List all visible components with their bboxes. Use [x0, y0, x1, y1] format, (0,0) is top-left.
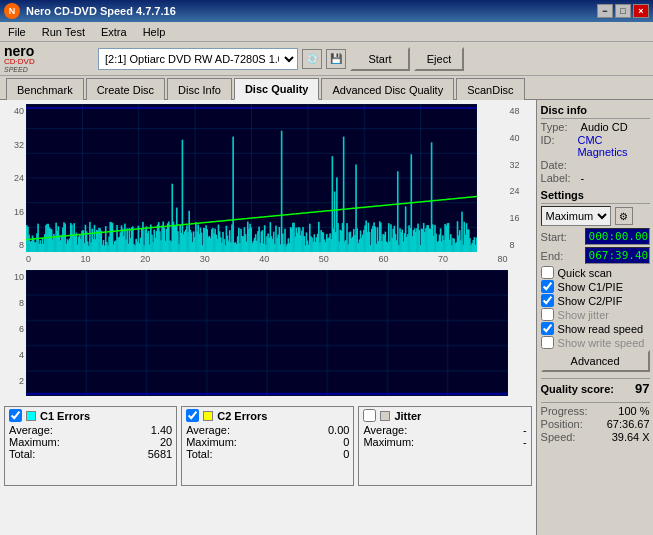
position-label: Position: — [541, 418, 583, 430]
chart-top-container — [26, 104, 508, 252]
c1-header: C1 Errors — [9, 409, 172, 422]
divider-3 — [541, 378, 650, 379]
c1-checkbox[interactable] — [9, 409, 22, 422]
eject-button[interactable]: Eject — [414, 47, 464, 71]
start-time-row: Start: 000:00.00 — [541, 228, 650, 245]
c1-dot — [26, 411, 36, 421]
jitter-label: Jitter — [394, 410, 421, 422]
end-time-row: End: 067:39.40 — [541, 247, 650, 264]
tab-advanced-disc-quality[interactable]: Advanced Disc Quality — [321, 78, 454, 100]
quality-score-val: 97 — [635, 381, 649, 396]
y-axis-bottom-left: 10 8 6 4 2 — [4, 270, 24, 388]
tab-scandisc[interactable]: ScanDisc — [456, 78, 524, 100]
menu-file[interactable]: File — [4, 24, 30, 40]
disc-info-title: Disc info — [541, 104, 650, 116]
menu-bar: File Run Test Extra Help — [0, 22, 653, 42]
show-read-speed-label: Show read speed — [558, 323, 644, 335]
jitter-max-row: Maximum: - — [363, 436, 526, 448]
chart-top — [26, 104, 477, 252]
left-panel: 40 32 24 16 8 48 40 32 24 16 8 0 1 — [0, 100, 536, 535]
c2-checkbox[interactable] — [186, 409, 199, 422]
c2-avg-row: Average: 0.00 — [186, 424, 349, 436]
end-time-val: 067:39.40 — [585, 247, 650, 264]
right-panel: Disc info Type: Audio CD ID: CMC Magneti… — [536, 100, 653, 535]
save-icon[interactable]: 💾 — [326, 49, 346, 69]
tab-bar: Benchmark Create Disc Disc Info Disc Qua… — [0, 76, 653, 100]
disc-info-section: Disc info Type: Audio CD ID: CMC Magneti… — [541, 104, 650, 185]
title-bar: N Nero CD-DVD Speed 4.7.7.16 − □ × — [0, 0, 653, 22]
show-write-speed-checkbox[interactable] — [541, 336, 554, 349]
progress-label: Progress: — [541, 405, 588, 417]
close-button[interactable]: × — [633, 4, 649, 18]
speed-row: Maximum High Medium Low ⚙ — [541, 206, 650, 226]
c2-dot — [203, 411, 213, 421]
divider-4 — [541, 402, 650, 403]
disc-date-key: Date: — [541, 159, 581, 171]
disc-date-row: Date: — [541, 159, 650, 171]
position-val: 67:36.67 — [607, 418, 650, 430]
tab-disc-quality[interactable]: Disc Quality — [234, 78, 320, 100]
advanced-button[interactable]: Advanced — [541, 350, 650, 372]
settings-section: Settings Maximum High Medium Low ⚙ Start… — [541, 189, 650, 372]
divider-2 — [541, 203, 650, 204]
end-time-label: End: — [541, 250, 581, 262]
progress-row: Progress: 100 % — [541, 405, 650, 417]
chart-bottom-container — [26, 270, 508, 388]
disc-id-key: ID: — [541, 134, 578, 158]
show-c2-row: Show C2/PIF — [541, 294, 650, 307]
settings-title: Settings — [541, 189, 650, 201]
c2-total-row: Total: 0 — [186, 448, 349, 460]
show-read-speed-row: Show read speed — [541, 322, 650, 335]
disc-icon[interactable]: 💿 — [302, 49, 322, 69]
quality-label: Quality score: — [541, 383, 614, 395]
speed-val: 39.64 X — [612, 431, 650, 443]
minimize-button[interactable]: − — [597, 4, 613, 18]
tab-benchmark[interactable]: Benchmark — [6, 78, 84, 100]
progress-section: Progress: 100 % Position: 67:36.67 Speed… — [541, 400, 650, 444]
c1-total-row: Total: 5681 — [9, 448, 172, 460]
tab-create-disc[interactable]: Create Disc — [86, 78, 165, 100]
c1-avg-row: Average: 1.40 — [9, 424, 172, 436]
jitter-checkbox[interactable] — [363, 409, 376, 422]
drive-select[interactable]: [2:1] Optiarc DVD RW AD-7280S 1.01 — [98, 48, 298, 70]
show-c1-label: Show C1/PIE — [558, 281, 623, 293]
divider-1 — [541, 118, 650, 119]
disc-label-val: - — [581, 172, 585, 184]
start-button[interactable]: Start — [350, 47, 410, 71]
stats-row: C1 Errors Average: 1.40 Maximum: 20 Tota… — [4, 406, 532, 486]
disc-type-val: Audio CD — [581, 121, 628, 133]
show-c1-checkbox[interactable] — [541, 280, 554, 293]
settings-icon[interactable]: ⚙ — [615, 207, 633, 225]
menu-run-test[interactable]: Run Test — [38, 24, 89, 40]
c1-max-row: Maximum: 20 — [9, 436, 172, 448]
y-axis-right: 48 40 32 24 16 8 — [510, 104, 532, 252]
speed-select[interactable]: Maximum High Medium Low — [541, 206, 611, 226]
window-title: Nero CD-DVD Speed 4.7.7.16 — [26, 5, 176, 17]
jitter-header: Jitter — [363, 409, 526, 422]
jitter-box: Jitter Average: - Maximum: - — [358, 406, 531, 486]
show-write-speed-row: Show write speed — [541, 336, 650, 349]
show-c2-checkbox[interactable] — [541, 294, 554, 307]
y-axis-bottom-right — [510, 270, 532, 388]
disc-type-key: Type: — [541, 121, 581, 133]
c2-label: C2 Errors — [217, 410, 267, 422]
quick-scan-checkbox[interactable] — [541, 266, 554, 279]
nero-logo: nero CD·DVD SPEED — [4, 45, 94, 73]
menu-extra[interactable]: Extra — [97, 24, 131, 40]
show-read-speed-checkbox[interactable] — [541, 322, 554, 335]
show-jitter-checkbox[interactable] — [541, 308, 554, 321]
quality-section: Quality score: 97 — [541, 376, 650, 396]
maximize-button[interactable]: □ — [615, 4, 631, 18]
tab-disc-info[interactable]: Disc Info — [167, 78, 232, 100]
toolbar: nero CD·DVD SPEED [2:1] Optiarc DVD RW A… — [0, 42, 653, 76]
disc-type-row: Type: Audio CD — [541, 121, 650, 133]
quality-score-row: Quality score: 97 — [541, 381, 650, 396]
c2-max-row: Maximum: 0 — [186, 436, 349, 448]
show-jitter-label: Show jitter — [558, 309, 609, 321]
jitter-avg-row: Average: - — [363, 424, 526, 436]
c2-header: C2 Errors — [186, 409, 349, 422]
jitter-dot — [380, 411, 390, 421]
menu-help[interactable]: Help — [139, 24, 170, 40]
speed-label: Speed: — [541, 431, 576, 443]
position-row: Position: 67:36.67 — [541, 418, 650, 430]
